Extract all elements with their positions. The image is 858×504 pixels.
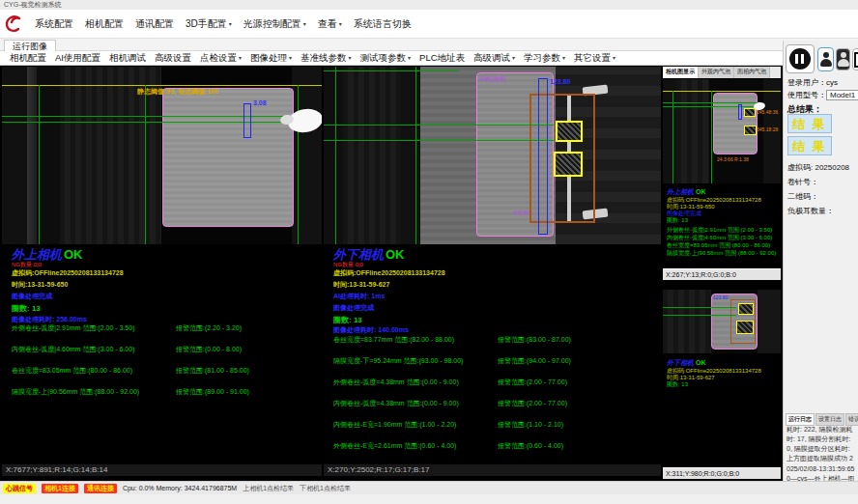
preview-viewport-1[interactable]: 245.48:36 345.18:28 24.3:66 R:1.38 [663, 79, 781, 183]
comm-connection-badge: 通讯连接 [84, 484, 117, 493]
alarm-range: 报警范围:(83.00 - 87.00) [498, 335, 571, 345]
menu-item-language-switch[interactable]: 系统语言切换 [354, 17, 412, 31]
toolbar-other-settings[interactable]: 其它设置▾ [574, 52, 615, 65]
camera-name: 外上相机 [667, 188, 694, 195]
ai-time-text: AI处理耗时: 1ms [333, 292, 385, 301]
chevron-down-icon: ▾ [289, 55, 292, 61]
measure-value-label: 3.08 [253, 99, 267, 106]
toolbar-learning-params[interactable]: 学习参数▾ [524, 52, 565, 65]
camera-name: 外下相机 [667, 359, 694, 366]
status-bar: 心跳信号 相机1连接 通讯连接 Cpu: 0.0% Memory: 3424.4… [0, 481, 858, 494]
preview-viewport-2[interactable]: 123.80 [663, 290, 781, 353]
preview-tab-surface-bubble[interactable]: 面相内气泡 [734, 67, 770, 78]
alarm-range: 报警范围:(1.10 - 2.10) [498, 420, 563, 430]
machine-band [663, 290, 711, 353]
camera-name: 外下相机 [333, 247, 384, 262]
chevron-down-icon: ▾ [562, 55, 565, 61]
separator-film-region [162, 88, 294, 227]
micro-measure-label: 345.18:28 [757, 126, 778, 132]
yellow-guideline [663, 91, 781, 92]
green-guideline [324, 70, 459, 71]
measure-value-label: 123.80 [550, 78, 570, 85]
toolbar-advanced-settings[interactable]: 高级设置 [155, 52, 191, 65]
alarm-range: 报警范围:(0.60 - 4.00) [498, 441, 563, 451]
menu-item-system-config[interactable]: 系统配置 [35, 17, 73, 31]
toolbar-label: 高级调试 [473, 52, 510, 63]
toolbar-test-item-params[interactable]: 测试项参数▾ [360, 52, 412, 65]
exit-button[interactable]: → [852, 48, 858, 70]
login-user-value: cys [826, 78, 838, 87]
preview-tab-camera-display[interactable]: 相机图显示 [663, 67, 699, 78]
threshold-overlay-label: 静态阈值:93, 动态阈值:100 [137, 87, 218, 97]
process-done-text: 图像处理完成 [12, 292, 52, 301]
model-label: 使用型号： [787, 91, 826, 99]
login-user-label: 登录用户： [787, 78, 826, 87]
upper-camera-check-result: 上相机1点检结果 [243, 484, 294, 493]
toolbar-spot-check[interactable]: 点检设置▾ [200, 52, 242, 65]
toolbar-baseline-params[interactable]: 基准线参数▾ [300, 52, 352, 65]
model-row: 使用型号：Model1 [787, 90, 858, 100]
menu-item-camera-config[interactable]: 相机配置 [85, 17, 124, 31]
micro-measure-label: 24.3:66 R:1.38 [717, 156, 749, 162]
camera-viewport-lower-outer[interactable]: AI检测框 AI检测框 123.80 [324, 67, 661, 244]
toolbar-label: 相机配置 [10, 52, 46, 63]
camera1-connection-badge: 相机1连接 [42, 484, 78, 493]
tab-detect-box [738, 303, 754, 315]
window-titlebar: CYG-视觉检测系统 [0, 0, 858, 10]
result-time: 时间:13-31-59-650 [12, 280, 68, 290]
menu-item-3d-hand-config[interactable]: 3D手配置▾ [186, 17, 232, 31]
cpu-memory-status: Cpu: 0.0% Memory: 3424.41796875M [123, 485, 237, 491]
turns-count: 圈数: 13 [12, 303, 41, 314]
toolbar-label: 点检设置 [200, 52, 237, 63]
green-guideline [145, 85, 146, 244]
menu-item-label: 光源控制配置 [243, 18, 301, 29]
tab-detect-box [556, 121, 583, 142]
pixel-coordinate-bar: X:7677;Y:891;R:14;G:14;B:14 [2, 464, 322, 476]
user-icon [820, 52, 832, 68]
toolbar: 相机配置 AI使用配置 相机调试 高级设置 点检设置▾ 图像处理▾ 基准线参数▾… [0, 51, 858, 66]
toolbar-image-processing[interactable]: 图像处理▾ [250, 52, 292, 65]
ai-box-label: AI检测框 [479, 74, 506, 84]
toolbar-advanced-debug[interactable]: 高级调试▾ [473, 52, 515, 65]
tab-run-image[interactable]: 运行图像 [4, 40, 56, 51]
result-box-upper: 结 果 [787, 114, 832, 133]
user-switch-button[interactable] [836, 48, 850, 70]
toolbar-plc-address-table[interactable]: PLC地址表 [419, 52, 465, 65]
preview-tab-outer-bubble[interactable]: 外观内气泡 [699, 67, 734, 78]
toolbar-camera-config[interactable]: 相机配置 [10, 52, 46, 65]
measurement-row: 内侧卷丝-弧度|4.60mm 范围:(3.00 - 6.00) [12, 345, 134, 354]
preview-column: 相机图显示 外观内气泡 面相内气泡 245.48:36 345.18:28 24… [663, 67, 781, 477]
pause-button[interactable] [786, 44, 815, 73]
menu-item-view[interactable]: 查看▾ [318, 17, 342, 31]
user-login-button[interactable] [817, 47, 834, 71]
app-logo-icon [4, 14, 23, 34]
toolbar-label: PLC地址表 [419, 52, 465, 63]
green-guideline [415, 67, 416, 244]
yellow-guideline [2, 85, 322, 86]
needle-number-label: 卷针号： [787, 177, 818, 187]
preview-turns: 圈数: 13 [667, 216, 779, 225]
machine-band [324, 67, 343, 244]
measurement-row: 隔膜宽度-下=95.24mm 范围:(93.00 - 98.00) [333, 356, 463, 366]
preview-turns: 圈数: 13 [667, 380, 779, 389]
green-guideline [324, 140, 554, 141]
process-done-text: 图像处理完成 [333, 303, 374, 313]
toolbar-ai-usage-config[interactable]: AI使用配置 [55, 52, 100, 65]
toolbar-camera-debug[interactable]: 相机调试 [109, 52, 146, 65]
micro-measure-label: 245.48:36 [757, 109, 778, 115]
menu-item-light-control[interactable]: 光源控制配置▾ [243, 17, 306, 31]
result-box-lower: 结 果 [787, 136, 832, 155]
menu-item-comm-config[interactable]: 通讯配置 [135, 17, 174, 31]
toolbar-label: 高级设置 [155, 52, 191, 63]
camera-viewport-upper-outer[interactable]: 3.08 静态阈值:93, 动态阈值:100 [2, 67, 322, 244]
menu-item-label: 通讯配置 [135, 18, 174, 29]
turns-count: 圈数: 13 [333, 315, 362, 325]
model-select[interactable]: Model1 [826, 90, 858, 100]
machine-band [292, 67, 322, 244]
toolbar-label: 其它设置 [574, 52, 611, 63]
pixel-coordinate-bar: X:270;Y:2502;R:17;G:17;B:17 [324, 464, 661, 476]
machine-band [663, 79, 676, 183]
result-time: 时间:13-31-59-627 [333, 280, 389, 290]
machine-band [401, 67, 420, 244]
pause-icon [789, 48, 811, 70]
